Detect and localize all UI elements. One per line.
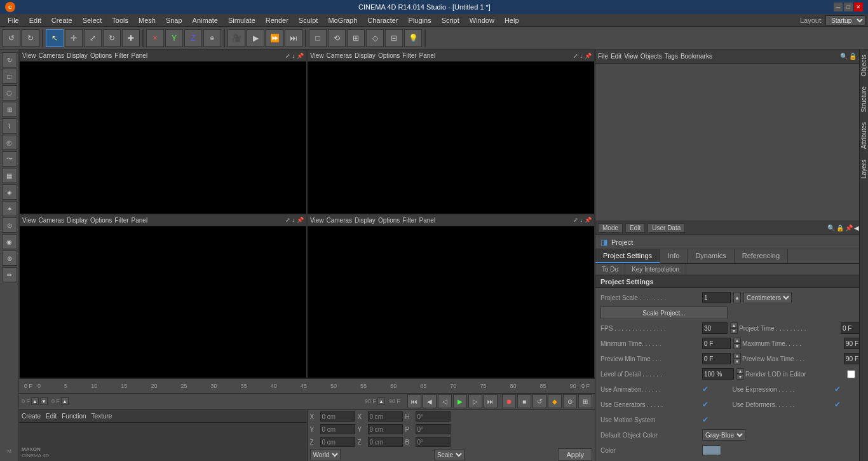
vp-options-tl[interactable]: Options: [90, 52, 112, 59]
attr-edit[interactable]: Edit: [625, 223, 645, 233]
record-btn[interactable]: ⏺: [502, 394, 516, 408]
keyframe-btn[interactable]: ◆: [548, 394, 562, 408]
min-down[interactable]: ▼: [733, 343, 741, 349]
stop-btn[interactable]: ■: [517, 394, 531, 408]
config-btn[interactable]: ⊞: [578, 394, 592, 408]
obj-objects[interactable]: Objects: [641, 53, 662, 60]
left-btn-spline[interactable]: ⌇: [2, 118, 17, 134]
vp-filter-tr[interactable]: Filter: [402, 52, 416, 59]
vp-view-bl[interactable]: View: [22, 217, 36, 224]
left-btn-grid[interactable]: ⊞: [2, 102, 17, 117]
lod-input[interactable]: [702, 368, 734, 380]
last-frame-btn[interactable]: ⏭: [484, 394, 498, 408]
array-btn[interactable]: ⊞: [347, 29, 365, 47]
tab-referencing[interactable]: Referencing: [735, 249, 788, 263]
menu-mesh[interactable]: Mesh: [133, 15, 161, 25]
vp-pin-icon-bl[interactable]: 📌: [297, 217, 304, 223]
menu-sculpt[interactable]: Sculpt: [294, 15, 323, 25]
fps-input[interactable]: [702, 322, 728, 334]
y1-input[interactable]: [320, 424, 355, 434]
attr-mode[interactable]: Mode: [598, 223, 623, 233]
close-button[interactable]: ✕: [854, 3, 863, 11]
obj-tags[interactable]: Tags: [665, 53, 678, 60]
min-up[interactable]: ▲: [733, 338, 741, 343]
rotate-tool[interactable]: ↻: [103, 29, 121, 47]
x2-input[interactable]: [368, 411, 403, 422]
left-btn-poly[interactable]: ⬡: [2, 85, 17, 100]
x-axis-btn[interactable]: ×: [146, 29, 164, 47]
vp-display-bl[interactable]: Display: [67, 217, 88, 224]
pmin-up[interactable]: ▲: [733, 353, 741, 359]
vp-display-tr[interactable]: Display: [355, 52, 376, 59]
render2-btn[interactable]: ⏩: [266, 29, 283, 47]
fps-up[interactable]: ▲: [730, 322, 738, 328]
preview-min-input[interactable]: [702, 353, 731, 364]
side-tab-objects[interactable]: Objects: [859, 50, 868, 81]
side-tab-structure[interactable]: Structure: [859, 81, 868, 118]
tab-todo[interactable]: To Do: [595, 264, 625, 275]
minimize-button[interactable]: ─: [834, 3, 843, 11]
prev-play-btn[interactable]: ◁: [438, 394, 452, 408]
timeline-menu-edit[interactable]: Edit: [46, 413, 57, 420]
use-deform-check[interactable]: ✔: [834, 400, 841, 409]
spline-btn[interactable]: ◇: [366, 29, 384, 47]
vp-view-tl[interactable]: View: [22, 52, 36, 59]
vp-view-tr[interactable]: View: [310, 52, 324, 59]
scale-spin-up[interactable]: ▲: [733, 292, 741, 303]
timeline-menu-create[interactable]: Create: [22, 413, 41, 420]
color-swatch[interactable]: [702, 445, 721, 455]
vp-cameras-bl[interactable]: Cameras: [39, 217, 65, 224]
vp-pin-icon-tl[interactable]: 📌: [297, 53, 304, 59]
vp-move-icon-tr[interactable]: ⤢: [573, 53, 578, 59]
menu-mograph[interactable]: MoGraph: [323, 15, 362, 25]
prev-frame-btn[interactable]: ◀: [423, 394, 437, 408]
menu-simulate[interactable]: Simulate: [223, 15, 261, 25]
tab-dynamics[interactable]: Dynamics: [688, 249, 734, 263]
select-tool[interactable]: ↖: [46, 29, 64, 47]
vp-move-icon-tl[interactable]: ⤢: [285, 53, 290, 59]
viewport-top-left[interactable]: View Cameras Display Options Filter Pane…: [19, 50, 307, 214]
pmin-down[interactable]: ▼: [733, 359, 741, 364]
grid-btn[interactable]: ⊟: [385, 29, 403, 47]
menu-help[interactable]: Help: [499, 15, 524, 25]
vp-cameras-tr[interactable]: Cameras: [327, 52, 353, 59]
move-tool[interactable]: ✛: [65, 29, 83, 47]
left-btn-obj[interactable]: ◈: [2, 184, 17, 200]
time-up-btn[interactable]: ▲: [31, 397, 39, 405]
world-select[interactable]: World: [310, 449, 341, 460]
left-btn-mat[interactable]: ◉: [2, 234, 17, 249]
menu-tools[interactable]: Tools: [107, 15, 133, 25]
y-axis-btn[interactable]: Y: [165, 29, 183, 47]
vp-pin-icon-tr[interactable]: 📌: [585, 53, 592, 59]
menu-render[interactable]: Render: [261, 15, 294, 25]
camera-btn[interactable]: 🎥: [227, 29, 245, 47]
viewport-bottom-right[interactable]: View Cameras Display Options Filter Pane…: [307, 214, 595, 379]
z-axis-btn[interactable]: Z: [184, 29, 202, 47]
record2-btn[interactable]: ⊙: [563, 394, 577, 408]
obj-bookmarks[interactable]: Bookmarks: [681, 53, 712, 60]
vp-down-icon-br[interactable]: ↓: [580, 217, 583, 223]
vp-options-tr[interactable]: Options: [378, 52, 400, 59]
render-btn[interactable]: ▶: [247, 29, 264, 47]
obj-search-icon[interactable]: 🔍: [840, 53, 848, 60]
menu-select[interactable]: Select: [78, 15, 107, 25]
cube-btn[interactable]: □: [309, 29, 327, 47]
vp-display-tl[interactable]: Display: [67, 52, 88, 59]
vp-options-bl[interactable]: Options: [90, 217, 112, 224]
vp-panel-br[interactable]: Panel: [419, 217, 436, 224]
obj-file[interactable]: File: [598, 53, 608, 60]
first-frame-btn[interactable]: ⏮: [407, 394, 421, 408]
z1-input[interactable]: [320, 437, 355, 447]
left-btn-deform[interactable]: 〜: [2, 151, 17, 167]
side-tab-attributes[interactable]: Attributes: [859, 117, 868, 154]
use-anim-check[interactable]: ✔: [702, 385, 709, 394]
use-expr-check[interactable]: ✔: [834, 385, 841, 394]
z2-input[interactable]: [368, 437, 403, 447]
loop-btn[interactable]: ↺: [532, 394, 546, 408]
x1-input[interactable]: [320, 411, 355, 422]
vp-pin-icon-br[interactable]: 📌: [585, 217, 592, 223]
viewport-top-right[interactable]: View Cameras Display Options Filter Pane…: [307, 50, 595, 214]
vp-filter-bl[interactable]: Filter: [114, 217, 128, 224]
h-input[interactable]: [416, 411, 451, 422]
world-btn[interactable]: ⊕: [203, 29, 221, 47]
